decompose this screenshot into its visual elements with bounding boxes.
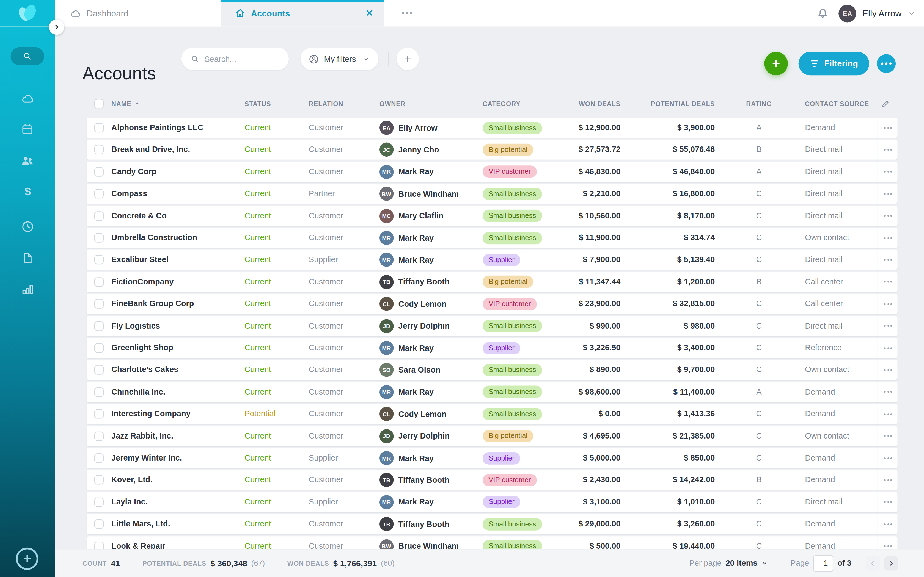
account-name-link[interactable]: Greenlight Shop xyxy=(111,338,173,358)
tab-accounts[interactable]: Accounts xyxy=(221,0,384,26)
account-name-link[interactable]: Umbrella Construction xyxy=(111,228,197,248)
account-name-link[interactable]: Charlotte’s Cakes xyxy=(111,360,178,380)
row-checkbox[interactable] xyxy=(94,387,104,397)
sidebar-expand-button[interactable] xyxy=(49,19,65,35)
table-row[interactable]: Excalibur Steel Current Supplier MR Mark… xyxy=(87,250,898,270)
row-menu-button[interactable] xyxy=(877,404,898,424)
row-menu-button[interactable] xyxy=(877,206,898,226)
table-row[interactable]: Concrete & Co Current Customer MC Mary C… xyxy=(87,206,898,226)
table-row[interactable]: Layla Inc. Current Supplier MR Mark Ray … xyxy=(87,492,898,512)
table-row[interactable]: Candy Corp Current Customer MR Mark Ray … xyxy=(87,162,898,182)
account-name-link[interactable]: Compass xyxy=(111,184,147,204)
account-name-link[interactable]: Kover, Ltd. xyxy=(111,470,152,490)
sidebar-item-time[interactable] xyxy=(0,216,55,237)
table-row[interactable]: Jazz Rabbit, Inc. Current Customer JD Je… xyxy=(87,426,898,446)
tab-dashboard[interactable]: Dashboard xyxy=(55,0,221,26)
sidebar-item-calendar[interactable] xyxy=(0,118,55,140)
table-row[interactable]: Little Mars, Ltd. Current Customer TB Ti… xyxy=(87,514,898,534)
row-checkbox[interactable] xyxy=(94,453,104,463)
table-row[interactable]: Compass Current Partner BW Bruce Windham… xyxy=(87,184,898,204)
row-checkbox[interactable] xyxy=(94,431,104,441)
row-checkbox[interactable] xyxy=(94,519,104,529)
row-menu-button[interactable] xyxy=(877,294,898,314)
row-menu-button[interactable] xyxy=(877,360,898,380)
account-name-link[interactable]: Candy Corp xyxy=(111,162,157,182)
table-row[interactable]: Kover, Ltd. Current Customer TB Tiffany … xyxy=(87,470,898,490)
row-menu-button[interactable] xyxy=(877,338,898,358)
page-number-input[interactable] xyxy=(813,555,833,572)
row-menu-button[interactable] xyxy=(877,448,898,468)
row-menu-button[interactable] xyxy=(877,140,898,160)
table-row[interactable]: Greenlight Shop Current Customer MR Mark… xyxy=(87,338,898,358)
table-row[interactable]: Break and Drive, Inc. Current Customer J… xyxy=(87,140,898,160)
account-name-link[interactable]: Interesting Company xyxy=(111,404,191,424)
row-checkbox[interactable] xyxy=(94,497,104,507)
notifications-bell-icon[interactable] xyxy=(816,7,829,20)
row-menu-button[interactable] xyxy=(877,118,898,138)
row-menu-button[interactable] xyxy=(877,272,898,292)
account-name-link[interactable]: Excalibur Steel xyxy=(111,250,168,270)
owner-name: Jerry Dolphin xyxy=(399,432,450,440)
table-row[interactable]: Fly Logistics Current Customer JD Jerry … xyxy=(87,316,898,336)
sidebar-item-documents[interactable] xyxy=(0,247,55,268)
tab-close-icon[interactable] xyxy=(364,8,375,18)
account-name-link[interactable]: Break and Drive, Inc. xyxy=(111,140,190,160)
account-name-link[interactable]: Jazz Rabbit, Inc. xyxy=(111,426,173,446)
sidebar-add-button[interactable] xyxy=(16,548,38,570)
row-checkbox[interactable] xyxy=(94,409,104,419)
row-menu-button[interactable] xyxy=(877,184,898,204)
row-menu-button[interactable] xyxy=(877,514,898,534)
row-checkbox[interactable] xyxy=(94,123,104,132)
account-name-link[interactable]: Layla Inc. xyxy=(111,492,148,512)
per-page-select[interactable]: Per page 20 items xyxy=(689,559,768,568)
row-menu-button[interactable] xyxy=(877,492,898,512)
next-page-button[interactable] xyxy=(884,556,898,570)
row-checkbox[interactable] xyxy=(94,211,104,220)
row-checkbox[interactable] xyxy=(94,365,104,374)
row-checkbox[interactable] xyxy=(94,145,104,155)
account-name-link[interactable]: Little Mars, Ltd. xyxy=(111,514,170,534)
owner-name: Mark Ray xyxy=(399,256,434,264)
table-row[interactable]: Charlotte’s Cakes Current Customer SO Sa… xyxy=(87,360,898,380)
row-checkbox[interactable] xyxy=(94,475,104,485)
row-checkbox[interactable] xyxy=(94,189,104,198)
sidebar-item-finance[interactable]: $ xyxy=(0,181,55,203)
row-menu-button[interactable] xyxy=(877,470,898,490)
row-checkbox[interactable] xyxy=(94,233,104,243)
row-menu-button[interactable] xyxy=(877,250,898,270)
account-name-link[interactable]: FictionCompany xyxy=(111,272,174,292)
row-menu-button[interactable] xyxy=(877,228,898,248)
row-checkbox[interactable] xyxy=(94,277,104,287)
row-menu-button[interactable] xyxy=(877,426,898,446)
table-row[interactable]: Chinchilla Inc. Current Customer MR Mark… xyxy=(87,382,898,402)
row-checkbox[interactable] xyxy=(94,167,104,176)
table-row[interactable]: FineBank Group Corp Current Customer CL … xyxy=(87,294,898,314)
user-menu[interactable]: EA Elly Arrow xyxy=(839,5,916,22)
sidebar-item-reports[interactable] xyxy=(0,279,55,300)
row-menu-button[interactable] xyxy=(877,162,898,182)
table-row[interactable]: Alphonse Paintings LLC Current Customer … xyxy=(87,118,898,138)
table-row[interactable]: Interesting Company Potential Customer C… xyxy=(87,404,898,424)
sidebar-search-button[interactable] xyxy=(11,47,44,65)
app-logo[interactable] xyxy=(0,0,55,26)
row-checkbox[interactable] xyxy=(94,321,104,330)
row-menu-button[interactable] xyxy=(877,316,898,336)
more-tabs-button[interactable] xyxy=(400,8,415,18)
account-name-link[interactable]: FineBank Group Corp xyxy=(111,294,194,314)
account-name-link[interactable]: Alphonse Paintings LLC xyxy=(111,118,203,138)
row-checkbox[interactable] xyxy=(94,299,104,309)
row-checkbox[interactable] xyxy=(94,343,104,353)
sidebar-item-crm[interactable] xyxy=(0,88,55,110)
account-name-link[interactable]: Concrete & Co xyxy=(111,206,166,226)
account-name-link[interactable]: Chinchilla Inc. xyxy=(111,382,165,402)
owner-name: Mark Ray xyxy=(399,388,434,396)
row-menu-button[interactable] xyxy=(877,382,898,402)
table-row[interactable]: Jeremy Winter Inc. Current Supplier MR M… xyxy=(87,448,898,468)
sidebar-item-contacts[interactable] xyxy=(0,150,55,171)
table-row[interactable]: FictionCompany Current Customer TB Tiffa… xyxy=(87,272,898,292)
row-checkbox[interactable] xyxy=(94,255,104,264)
account-name-link[interactable]: Fly Logistics xyxy=(111,316,160,336)
account-name-link[interactable]: Jeremy Winter Inc. xyxy=(111,448,182,468)
table-row[interactable]: Umbrella Construction Current Customer M… xyxy=(87,228,898,248)
previous-page-button[interactable] xyxy=(866,556,880,570)
